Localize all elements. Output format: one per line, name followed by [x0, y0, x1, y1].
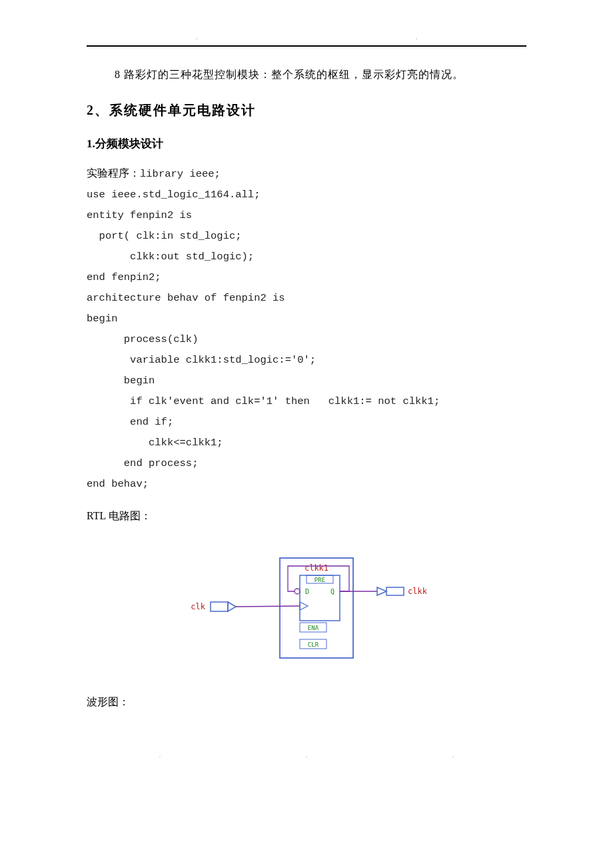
q-label: Q: [330, 588, 334, 595]
code-line-13: clkk<=clkk1;: [87, 437, 223, 449]
inverter-circle-icon: [295, 589, 300, 594]
code-line-0: library ieee;: [140, 168, 221, 180]
waveform-label: 波形图：: [87, 693, 526, 712]
code-line-1: use ieee.std_logic_1164.all;: [87, 189, 260, 201]
rtl-diagram: clkk1 PRE D Q ENA CLR clk clkk: [87, 553, 526, 666]
header-marks: ..: [87, 33, 526, 43]
code-line-15: end behav;: [87, 478, 149, 490]
clkk-output-rect: [386, 587, 404, 595]
code-line-12: end if;: [87, 416, 173, 428]
code-line-4: clkk:out std_logic);: [87, 251, 254, 263]
code-line-14: end process;: [87, 457, 198, 469]
code-line-3: port( clk:in std_logic;: [87, 230, 242, 242]
header-rule: [87, 45, 526, 47]
ena-label: ENA: [308, 625, 319, 631]
clkk-output-label: clkk: [408, 587, 426, 596]
code-line-10: begin: [87, 375, 155, 387]
code-line-7: begin: [87, 313, 118, 325]
code-line-8: process(clk): [87, 333, 198, 345]
code-line-2: entity fenpin2 is: [87, 209, 192, 221]
code-label-prefix: 实验程序：: [87, 167, 140, 179]
clk-input-label: clk: [191, 602, 205, 611]
rtl-svg: clkk1 PRE D Q ENA CLR clk clkk: [187, 553, 426, 666]
code-line-11: if clk'event and clk='1' then clkk1:= no…: [87, 395, 440, 407]
code-line-5: end fenpin2;: [87, 271, 161, 283]
footer-marks: ...: [87, 751, 526, 761]
code-line-9: variable clkk1:std_logic:='0';: [87, 354, 316, 366]
block-label: clkk1: [305, 563, 328, 573]
intro-text: 8 路彩灯的三种花型控制模块：整个系统的枢纽，显示彩灯亮的情况。: [115, 65, 526, 85]
pre-label: PRE: [314, 577, 325, 583]
code-label-line: 实验程序：library ieee;: [87, 164, 526, 185]
clock-triangle-icon: [300, 602, 308, 610]
code-block: use ieee.std_logic_1164.all; entity fenp…: [87, 185, 526, 495]
clk-wire: [236, 606, 300, 607]
section-heading: 2、系统硬件单元电路设计: [87, 98, 526, 122]
clr-label: CLR: [308, 641, 319, 648]
d-label: D: [305, 588, 309, 595]
clkk-output-triangle-icon: [377, 587, 386, 595]
sub-heading: 1.分频模块设计: [87, 134, 526, 155]
code-line-6: architecture behav of fenpin2 is: [87, 292, 285, 304]
clk-input-triangle-icon: [228, 602, 236, 611]
clk-input-rect: [211, 602, 228, 611]
rtl-label: RTL 电路图：: [87, 507, 526, 526]
